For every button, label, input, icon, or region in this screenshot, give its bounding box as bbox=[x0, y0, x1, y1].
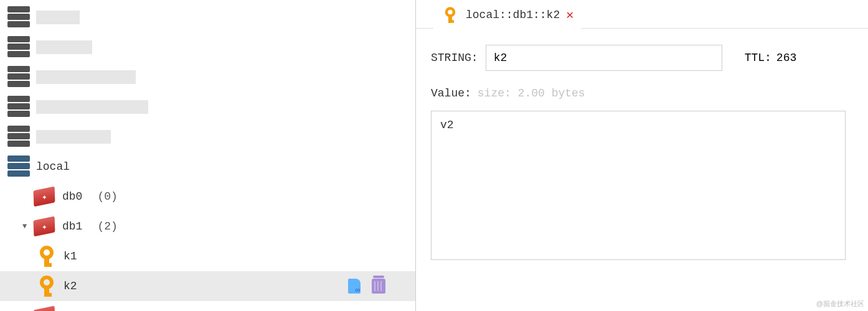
tab-title: local::db1::k2 bbox=[466, 9, 560, 21]
redis-db-icon: ✦ bbox=[34, 305, 55, 311]
blurred-server-label bbox=[36, 11, 80, 24]
server-icon bbox=[7, 126, 30, 148]
watermark: @掘金技术社区 bbox=[816, 299, 864, 309]
blurred-server-label bbox=[36, 130, 111, 144]
ttl-block: TTL: 263 bbox=[745, 52, 797, 64]
server-row-blurred[interactable] bbox=[0, 2, 415, 32]
value-label: Value: bbox=[431, 87, 471, 100]
row-actions bbox=[348, 279, 385, 294]
blurred-server-label bbox=[36, 40, 92, 54]
copy-icon[interactable] bbox=[348, 279, 361, 294]
db-count: (2) bbox=[97, 220, 117, 233]
db-row-db1[interactable]: ▼ ✦ db1 (2) bbox=[0, 211, 415, 241]
db-label: db1 bbox=[62, 220, 82, 233]
detail-panel: local::db1::k2 ✕ STRING: TTL: 263 Value:… bbox=[416, 0, 868, 311]
server-icon bbox=[7, 96, 30, 118]
blurred-server-label bbox=[36, 70, 136, 84]
redis-db-icon: ✦ bbox=[34, 186, 55, 207]
server-icon bbox=[7, 36, 30, 58]
db-row-db0[interactable]: ✦ db0 (0) bbox=[0, 182, 415, 211]
ttl-value: 263 bbox=[776, 52, 796, 64]
server-label: local bbox=[36, 160, 70, 173]
delete-icon[interactable] bbox=[372, 279, 385, 294]
key-label: k1 bbox=[64, 250, 77, 262]
db-label: db0 bbox=[62, 190, 82, 203]
key-row-k2[interactable]: k2 bbox=[0, 271, 415, 301]
value-header: Value: size: 2.00 bytes bbox=[431, 87, 846, 100]
close-icon[interactable]: ✕ bbox=[566, 7, 573, 22]
server-icon bbox=[7, 156, 30, 178]
key-icon bbox=[37, 276, 56, 297]
key-icon bbox=[443, 7, 458, 23]
key-row-k1[interactable]: k1 bbox=[0, 241, 415, 271]
db-count: (0) bbox=[97, 190, 117, 203]
key-name-input[interactable] bbox=[486, 45, 722, 71]
detail-body: STRING: TTL: 263 Value: size: 2.00 bytes… bbox=[416, 29, 868, 260]
server-icon bbox=[7, 6, 30, 29]
server-row-blurred[interactable] bbox=[0, 122, 415, 152]
server-row-blurred[interactable] bbox=[0, 62, 415, 92]
type-label: STRING: bbox=[431, 52, 478, 64]
key-label: k2 bbox=[64, 280, 77, 292]
server-row-local[interactable]: local bbox=[0, 152, 415, 182]
connection-tree-panel: local ✦ db0 (0) ▼ ✦ db1 (2) k1 k2 ✦ db2 … bbox=[0, 0, 416, 311]
server-icon bbox=[7, 66, 30, 88]
server-row-blurred[interactable] bbox=[0, 92, 415, 122]
tab-bar: local::db1::k2 ✕ bbox=[416, 2, 868, 29]
chevron-down-icon[interactable]: ▼ bbox=[22, 222, 32, 231]
ttl-label: TTL: bbox=[745, 52, 771, 64]
server-row-blurred[interactable] bbox=[0, 32, 415, 62]
key-icon bbox=[37, 246, 56, 267]
size-hint: size: 2.00 bytes bbox=[478, 87, 585, 100]
key-type-row: STRING: TTL: 263 bbox=[431, 45, 846, 71]
value-textarea[interactable]: v2 bbox=[431, 111, 846, 260]
redis-db-icon: ✦ bbox=[34, 216, 55, 236]
db-row-db2[interactable]: ✦ db2 (0) bbox=[0, 301, 415, 311]
tab-key[interactable]: local::db1::k2 ✕ bbox=[433, 1, 581, 30]
blurred-server-label bbox=[36, 100, 148, 114]
